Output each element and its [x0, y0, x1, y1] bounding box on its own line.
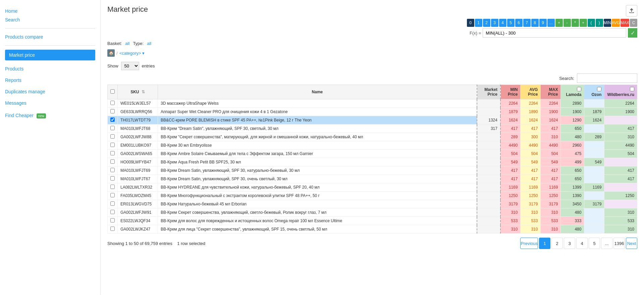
- formula-confirm-button[interactable]: ✓: [628, 28, 637, 38]
- row-checkbox[interactable]: [110, 193, 115, 197]
- row-checkbox[interactable]: [110, 201, 115, 206]
- row-checkbox[interactable]: [110, 210, 115, 214]
- formula-btn-1[interactable]: 1: [475, 19, 482, 27]
- row-checkbox[interactable]: [110, 101, 115, 105]
- table-row[interactable]: HO009LWFYB47BB-Крем Aqua Fresh Petit BB …: [108, 158, 637, 166]
- table-row[interactable]: ER013LWGVD75BB-Крем Натурально-бежевый 4…: [108, 200, 637, 208]
- page-last-button[interactable]: 1396: [613, 238, 625, 249]
- formula-input[interactable]: [483, 28, 626, 38]
- formula-btn-ellipsis[interactable]: ...: [547, 19, 555, 27]
- row-checkbox[interactable]: [110, 159, 115, 164]
- sidebar-item-duplicates[interactable]: Duplicates manage: [5, 87, 95, 96]
- cell-wildberries: 417: [604, 175, 637, 183]
- wb-checkbox[interactable]: [630, 87, 634, 91]
- lamoda-checkbox[interactable]: [577, 87, 581, 91]
- cell-ozon: [584, 150, 604, 158]
- row-checkbox[interactable]: [110, 168, 115, 172]
- row-checkbox[interactable]: [110, 117, 115, 122]
- sidebar-item-products[interactable]: Products: [5, 64, 95, 73]
- cell-max-price: 504: [541, 150, 561, 158]
- row-checkbox[interactable]: [110, 109, 115, 113]
- formula-btn-minus[interactable]: -: [564, 19, 571, 27]
- formula-btn-0[interactable]: 0: [467, 19, 474, 27]
- cell-sku: MA010LWFJT68: [118, 125, 158, 133]
- sidebar-item-reports[interactable]: Reports: [5, 76, 95, 85]
- row-checkbox[interactable]: [110, 218, 115, 223]
- cell-min-price: 2264: [500, 99, 521, 108]
- formula-btn-max[interactable]: MAX: [621, 19, 629, 27]
- table-row[interactable]: GE633LWRRQ56Аппарат Super Wet Cleaner PR…: [108, 108, 637, 116]
- search-input[interactable]: [577, 73, 637, 83]
- page-5-button[interactable]: 5: [589, 238, 600, 249]
- page-1-button[interactable]: 1: [539, 238, 550, 249]
- formula-btn-6[interactable]: 6: [515, 19, 523, 27]
- formula-btn-open-paren[interactable]: (: [588, 19, 595, 27]
- th-check: [108, 85, 118, 99]
- row-checkbox[interactable]: [110, 185, 115, 189]
- table-row[interactable]: MA010LWFJT69BB-Крем Dream Satin, увлажня…: [108, 166, 637, 175]
- formula-btn-7[interactable]: 7: [523, 19, 531, 27]
- ozon-checkbox[interactable]: [597, 87, 601, 91]
- formula-btn-4[interactable]: 4: [499, 19, 506, 27]
- table-row[interactable]: EM001LUBKO97BB-Крем 30 мл Embryolisse449…: [108, 141, 637, 150]
- formula-btn-plus[interactable]: +: [555, 19, 563, 27]
- pagination-row: Showing 1 to 50 of 69,759 entries 1 row …: [107, 238, 637, 249]
- table-row[interactable]: ES022LWJQF34BB-Крем для волос для повреж…: [108, 217, 637, 225]
- sidebar-item-products-compare[interactable]: Products compare: [5, 33, 95, 41]
- table-row[interactable]: GA002LWFJW88BB-Крем "Секрет совершенства…: [108, 133, 637, 141]
- th-name[interactable]: Name: [158, 85, 477, 99]
- previous-button[interactable]: Previous: [520, 238, 538, 249]
- row-checkbox[interactable]: [110, 134, 115, 139]
- cell-min-price: 417: [500, 125, 521, 133]
- basket-select[interactable]: all: [125, 41, 129, 46]
- table-row[interactable]: WE015LWJEL573D массажер UltraShape Welss…: [108, 99, 637, 108]
- upload-button[interactable]: [626, 5, 637, 16]
- formula-btn-8[interactable]: 8: [531, 19, 539, 27]
- breadcrumb-home[interactable]: 🏠: [107, 49, 115, 57]
- table-row[interactable]: GA002LWSWA65BB-Крем Ambre Solaire Смывае…: [108, 150, 637, 158]
- cell-lamoda: 650: [561, 166, 584, 175]
- cell-max-price: 310: [541, 225, 561, 234]
- formula-btn-min[interactable]: MIN: [604, 19, 611, 27]
- table-row[interactable]: MA010LWFJT67BB-Крем Dream Satin, увлажня…: [108, 175, 637, 183]
- formula-btn-3[interactable]: 3: [491, 19, 498, 27]
- sidebar-item-messages[interactable]: Messages: [5, 99, 95, 107]
- row-checkbox[interactable]: [110, 151, 115, 155]
- formula-btn-5[interactable]: 5: [507, 19, 515, 27]
- sidebar-item-search[interactable]: Search: [5, 15, 95, 24]
- table-row[interactable]: TH017LWTDT79BB&CC-крем PORE BLEMISH в ст…: [108, 116, 637, 125]
- formula-btn-avg[interactable]: AVG: [612, 19, 620, 27]
- page-3-button[interactable]: 3: [564, 238, 575, 249]
- sidebar-item-market-price[interactable]: Market price: [5, 50, 95, 60]
- type-select[interactable]: all: [147, 41, 151, 46]
- formula-btn-2[interactable]: 2: [483, 19, 490, 27]
- row-checkbox[interactable]: [110, 143, 115, 147]
- formula-btn-multiply[interactable]: *: [572, 19, 579, 27]
- formula-btn-clear[interactable]: C: [630, 19, 637, 27]
- table-row[interactable]: FA035LWOZM45BB-Крем Многофункциональный …: [108, 192, 637, 200]
- table-row[interactable]: LA082LWLTXR32BB-Крем HYDREANE для чувств…: [108, 183, 637, 192]
- breadcrumb-category[interactable]: <category> ▾: [119, 51, 145, 56]
- cell-min-price: 4490: [500, 141, 521, 150]
- th-sku[interactable]: SKU ⇅: [118, 85, 158, 99]
- page-2-button[interactable]: 2: [551, 238, 563, 249]
- formula-btn-9[interactable]: 9: [539, 19, 547, 27]
- formula-btn-close-paren[interactable]: ): [596, 19, 603, 27]
- select-all-checkbox[interactable]: [110, 89, 115, 94]
- table-row[interactable]: GA002LWJKZ47BB-Крем для лица "Секрет сов…: [108, 225, 637, 234]
- show-entries-row: Show 10 25 50 100 entries: [107, 62, 637, 70]
- page-4-button[interactable]: 4: [576, 238, 588, 249]
- table-row[interactable]: GA002LWFJW91BB-Крем Секрет совершенства,…: [108, 208, 637, 217]
- entries-select[interactable]: 10 25 50 100: [121, 62, 139, 70]
- cell-name: BB-Крем 30 мл Embryolisse: [158, 141, 477, 150]
- sidebar-item-find-cheaper[interactable]: Find Cheaper new: [5, 113, 95, 118]
- row-checkbox[interactable]: [110, 176, 115, 181]
- formula-btn-plus2[interactable]: +: [580, 19, 587, 27]
- next-button[interactable]: Next: [626, 238, 637, 249]
- cell-max-price: 1169: [541, 183, 561, 192]
- row-checkbox[interactable]: [110, 227, 115, 231]
- sidebar-item-home[interactable]: Home: [5, 7, 95, 15]
- row-checkbox[interactable]: [110, 126, 115, 130]
- table-row[interactable]: MA010LWFJT68BB-Крем "Dream Satin", увлаж…: [108, 125, 637, 133]
- cell-max-price: 417: [541, 166, 561, 175]
